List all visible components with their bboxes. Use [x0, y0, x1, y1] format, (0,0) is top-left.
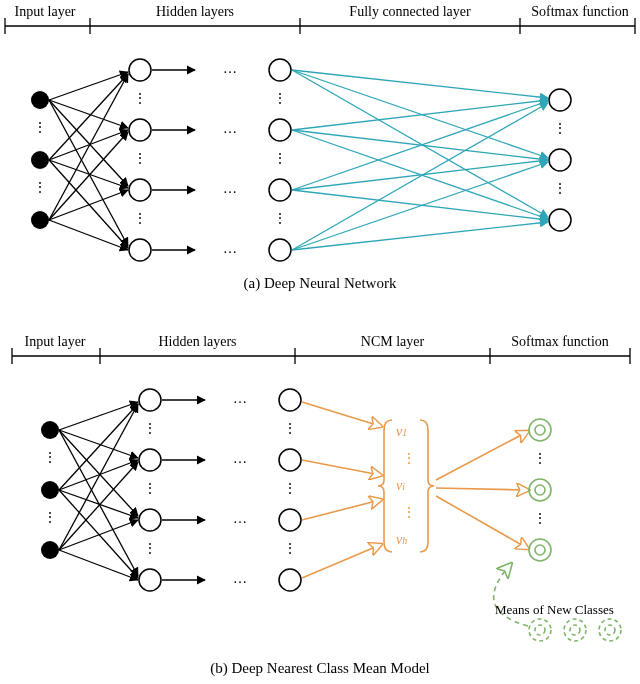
svg-text:⋮: ⋮: [133, 91, 147, 106]
svg-line-109: [302, 500, 380, 520]
svg-point-20: [269, 179, 291, 201]
svg-line-112: [436, 488, 527, 490]
svg-line-111: [436, 432, 527, 480]
svg-line-113: [436, 496, 527, 548]
svg-text:⋮: ⋮: [283, 541, 297, 556]
svg-point-115: [535, 425, 545, 435]
svg-point-125: [570, 625, 580, 635]
b-out-nodes: [529, 419, 551, 561]
svg-text:⋮: ⋮: [133, 151, 147, 166]
svg-point-126: [599, 619, 621, 641]
svg-point-73: [139, 389, 161, 411]
svg-text:⋮: ⋮: [533, 451, 547, 466]
svg-point-26: [549, 149, 571, 171]
svg-text:…: …: [223, 241, 237, 256]
b-input-nodes: ⋮ ⋮: [41, 421, 59, 559]
svg-point-21: [269, 239, 291, 261]
svg-text:⋮: ⋮: [143, 481, 157, 496]
svg-point-14: [129, 239, 151, 261]
svg-text:⋮: ⋮: [273, 211, 287, 226]
svg-point-27: [549, 209, 571, 231]
svg-point-68: [41, 421, 59, 439]
svg-text:…: …: [233, 511, 247, 526]
svg-text:…: …: [223, 181, 237, 196]
svg-point-127: [605, 625, 615, 635]
svg-point-82: [279, 509, 301, 531]
svg-text:⋮: ⋮: [273, 91, 287, 106]
svg-text:⋮: ⋮: [133, 211, 147, 226]
means-label: Means of New Classes: [495, 602, 614, 618]
diagram-b: ⋮ ⋮ ⋮⋮⋮ ⋮⋮⋮: [0, 330, 640, 684]
v1-label: v1: [396, 424, 407, 440]
svg-point-123: [535, 625, 545, 635]
svg-point-8: [31, 211, 49, 229]
svg-point-117: [535, 485, 545, 495]
svg-point-81: [279, 449, 301, 471]
svg-text:…: …: [223, 61, 237, 76]
svg-text:⋮: ⋮: [33, 180, 47, 195]
svg-text:⋮: ⋮: [33, 120, 47, 135]
svg-line-108: [302, 460, 380, 475]
svg-text:⋮: ⋮: [553, 121, 567, 136]
svg-point-74: [139, 449, 161, 471]
svg-text:⋮: ⋮: [533, 511, 547, 526]
svg-text:…: …: [223, 121, 237, 136]
new-means: [529, 619, 621, 641]
a-out-nodes: [549, 89, 571, 231]
svg-point-19: [269, 119, 291, 141]
svg-point-124: [564, 619, 586, 641]
vh-label: vh: [396, 532, 407, 548]
svg-point-122: [529, 619, 551, 641]
svg-point-25: [549, 89, 571, 111]
a-input-nodes: ⋮ ⋮: [31, 91, 49, 229]
svg-line-88: [59, 430, 138, 458]
svg-text:⋮: ⋮: [143, 421, 157, 436]
svg-text:⋮: ⋮: [553, 181, 567, 196]
svg-text:…: …: [233, 451, 247, 466]
v-dots1: ⋮: [402, 450, 416, 467]
svg-line-31: [49, 100, 128, 128]
diagram-a: ⋮ ⋮ ⋮⋮⋮ ⋮⋮⋮ ⋮⋮: [0, 0, 640, 310]
svg-line-61: [292, 222, 548, 250]
svg-line-107: [302, 402, 380, 426]
svg-text:…: …: [233, 391, 247, 406]
svg-point-118: [529, 539, 551, 561]
svg-point-13: [129, 179, 151, 201]
svg-point-75: [139, 509, 161, 531]
svg-line-97: [59, 520, 138, 550]
svg-text:⋮: ⋮: [283, 421, 297, 436]
svg-line-40: [49, 190, 128, 220]
caption-b: (b) Deep Nearest Class Mean Model: [0, 660, 640, 677]
vi-label: vi: [396, 478, 405, 494]
svg-point-119: [535, 545, 545, 555]
svg-point-6: [31, 91, 49, 109]
svg-point-69: [41, 481, 59, 499]
svg-text:⋮: ⋮: [43, 510, 57, 525]
svg-line-50: [292, 70, 548, 98]
svg-point-114: [529, 419, 551, 441]
svg-point-7: [31, 151, 49, 169]
svg-text:⋮: ⋮: [43, 450, 57, 465]
svg-text:⋮: ⋮: [143, 541, 157, 556]
svg-point-11: [129, 59, 151, 81]
svg-point-76: [139, 569, 161, 591]
svg-point-80: [279, 389, 301, 411]
svg-text:⋮: ⋮: [283, 481, 297, 496]
svg-point-83: [279, 569, 301, 591]
caption-a: (a) Deep Neural Network: [0, 275, 640, 292]
svg-text:…: …: [233, 571, 247, 586]
svg-text:⋮: ⋮: [273, 151, 287, 166]
svg-line-110: [302, 545, 380, 578]
svg-point-12: [129, 119, 151, 141]
svg-point-70: [41, 541, 59, 559]
svg-point-116: [529, 479, 551, 501]
v-dots2: ⋮: [402, 504, 416, 521]
svg-point-18: [269, 59, 291, 81]
